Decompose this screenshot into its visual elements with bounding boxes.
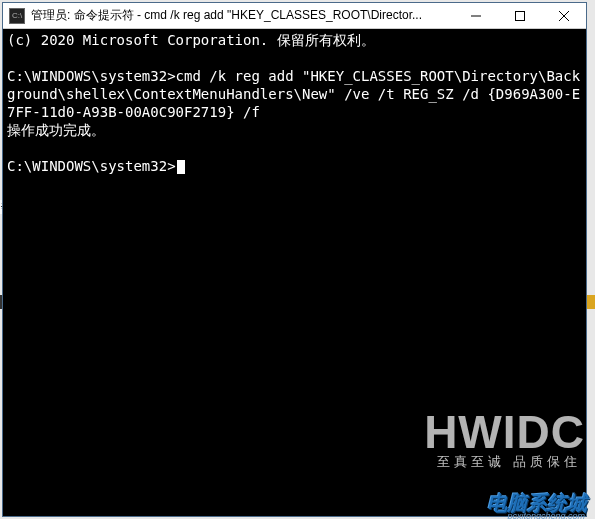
cursor	[177, 160, 185, 174]
prompt-line: C:\WINDOWS\system32>	[7, 158, 176, 174]
close-button[interactable]	[542, 3, 586, 28]
titlebar[interactable]: C:\ 管理员: 命令提示符 - cmd /k reg add "HKEY_CL…	[3, 3, 586, 29]
watermark-brand: HWIDC	[424, 405, 585, 459]
svg-rect-1	[516, 11, 525, 20]
success-line: 操作成功完成。	[7, 122, 105, 138]
window-title: 管理员: 命令提示符 - cmd /k reg add "HKEY_CLASSE…	[31, 7, 454, 24]
window-controls	[454, 3, 586, 28]
watermark-slogan: 至真至诚 品质保住	[437, 453, 581, 471]
minimize-button[interactable]	[454, 3, 498, 28]
watermark-url: pcxitongcheng.com	[507, 511, 585, 519]
cmd-icon: C:\	[9, 8, 25, 24]
maximize-button[interactable]	[498, 3, 542, 28]
copyright-line: (c) 2020 Microsoft Corporation. 保留所有权利。	[7, 32, 375, 48]
command-line: C:\WINDOWS\system32>cmd /k reg add "HKEY…	[7, 68, 580, 120]
